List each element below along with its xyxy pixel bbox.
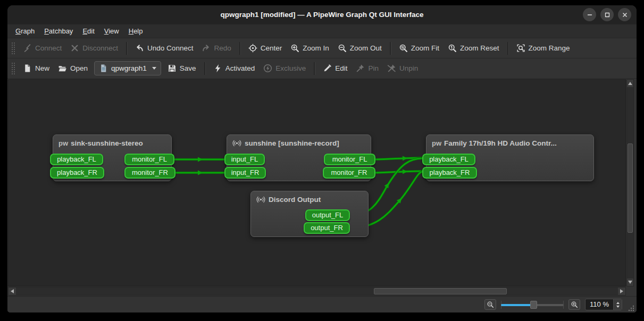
pipewire-icon: pw bbox=[432, 139, 441, 148]
zoom-spin-buttons[interactable] bbox=[613, 299, 622, 310]
disconnect-button[interactable]: Disconnect bbox=[66, 41, 122, 55]
maximize-button[interactable] bbox=[600, 8, 614, 21]
zoom-slider-fill bbox=[501, 304, 533, 306]
menu-graph[interactable]: Graph bbox=[11, 26, 39, 37]
window-controls bbox=[583, 8, 631, 21]
arrow-left-icon bbox=[11, 289, 14, 293]
menubar: GraphPatchbayEditViewHelp bbox=[7, 24, 637, 38]
input-port-playback_FL[interactable]: playback_FL bbox=[50, 154, 103, 165]
scroll-right-button[interactable] bbox=[618, 288, 625, 295]
scroll-left-button[interactable] bbox=[9, 288, 16, 295]
menu-help[interactable]: Help bbox=[124, 26, 148, 37]
toolbar-graph-handle[interactable] bbox=[12, 43, 15, 54]
toolbar-button-label: Center bbox=[261, 44, 282, 52]
minimize-button[interactable] bbox=[583, 8, 596, 21]
scroll-up-button[interactable] bbox=[627, 80, 633, 87]
activated-button[interactable]: Activated bbox=[209, 61, 260, 75]
node-title: sunshine [sunshine-record] bbox=[245, 139, 339, 147]
toolbar-button-label: Save bbox=[180, 64, 196, 72]
arrow-right-icon bbox=[620, 289, 623, 293]
unpin-button[interactable]: Unpin bbox=[383, 61, 422, 75]
output-port-monitor_FR[interactable]: monitor_FR bbox=[323, 167, 375, 179]
zoom-reset-icon bbox=[448, 44, 457, 53]
menu-edit[interactable]: Edit bbox=[78, 26, 99, 37]
node-header[interactable]: pwFamily 17h/19h HD Audio Contr... bbox=[426, 135, 593, 151]
toolbar-separator bbox=[314, 62, 315, 75]
new-button[interactable]: New bbox=[19, 61, 54, 75]
node-header[interactable]: Discord Output bbox=[251, 191, 368, 208]
toolbar-separator bbox=[204, 62, 205, 75]
zoom-slider[interactable] bbox=[501, 300, 564, 309]
input-port-playback_FR[interactable]: playback_FR bbox=[50, 167, 104, 179]
pin-button[interactable]: Pin bbox=[352, 61, 383, 75]
connect-icon bbox=[23, 44, 32, 53]
open-button[interactable]: Open bbox=[54, 61, 92, 75]
zoom-spinbox[interactable]: 110 % bbox=[585, 299, 622, 310]
zoom-out-button[interactable] bbox=[484, 299, 496, 310]
edit-button[interactable]: Edit bbox=[319, 61, 352, 75]
unpin-icon bbox=[387, 64, 396, 73]
edit-icon bbox=[323, 64, 332, 73]
stream-icon bbox=[256, 195, 265, 204]
toolbar-button-label: Zoom Range bbox=[529, 44, 570, 52]
activated-icon bbox=[213, 64, 222, 73]
patchbay-profile-combobox[interactable]: qpwgraph1 bbox=[94, 61, 161, 75]
save-button[interactable]: Save bbox=[163, 61, 200, 75]
new-icon bbox=[23, 64, 32, 73]
scroll-down-button[interactable] bbox=[627, 278, 633, 286]
node-title: sink-sunshine-stereo bbox=[71, 139, 143, 147]
titlebar[interactable]: qpwgraph1 [modified] — A PipeWire Graph … bbox=[7, 5, 637, 24]
zoom-range-button[interactable]: Zoom Range bbox=[512, 41, 574, 55]
node-header[interactable]: pwsink-sunshine-stereo bbox=[53, 135, 171, 151]
toolbar-separator bbox=[126, 42, 127, 55]
input-port-playback_FR[interactable]: playback_FR bbox=[422, 167, 477, 179]
toolbar-separator bbox=[507, 42, 508, 55]
exclusive-button[interactable]: Exclusive bbox=[259, 61, 310, 75]
window-resize-grip[interactable] bbox=[627, 304, 634, 311]
vertical-scrollbar[interactable] bbox=[626, 79, 634, 286]
output-port-monitor_FL[interactable]: monitor_FL bbox=[124, 154, 174, 165]
toolbar-button-label: Open bbox=[70, 64, 88, 72]
toolbar-button-label: Zoom In bbox=[303, 44, 329, 52]
toolbar-button-label: Exclusive bbox=[275, 64, 306, 72]
output-port-output_FL[interactable]: output_FL bbox=[305, 209, 350, 221]
output-port-monitor_FR[interactable]: monitor_FR bbox=[124, 167, 175, 179]
vertical-scrollbar-thumb[interactable] bbox=[628, 143, 633, 233]
horizontal-scrollbar[interactable] bbox=[8, 287, 626, 295]
toolbar-separator bbox=[390, 42, 391, 55]
output-port-output_FR[interactable]: output_FR bbox=[304, 222, 350, 234]
file-icon bbox=[99, 64, 108, 73]
menu-view[interactable]: View bbox=[99, 26, 124, 37]
toolbar-button-label: Pin bbox=[368, 64, 379, 72]
node-header[interactable]: sunshine [sunshine-record] bbox=[227, 135, 371, 151]
zoom-fit-button[interactable]: Zoom Fit bbox=[395, 41, 444, 55]
undo-connect-button[interactable]: Undo Connect bbox=[131, 41, 197, 55]
zoom-in-button[interactable]: Zoom In bbox=[286, 41, 333, 55]
zoom-out-button[interactable]: Zoom Out bbox=[333, 41, 386, 55]
zoom-reset-button[interactable]: Zoom Reset bbox=[444, 41, 504, 55]
edges-layer bbox=[9, 80, 626, 286]
chevron-down-icon bbox=[152, 67, 156, 70]
horizontal-scrollbar-thumb[interactable] bbox=[374, 288, 507, 294]
connect-button[interactable]: Connect bbox=[19, 41, 66, 55]
toolbar-patchbay: NewOpenqpwgraph1SaveActivatedExclusiveEd… bbox=[7, 58, 637, 79]
redo-button[interactable]: Redo bbox=[197, 41, 235, 55]
center-button[interactable]: Center bbox=[244, 41, 287, 55]
zoom-slider-handle[interactable] bbox=[530, 301, 537, 309]
graph-canvas[interactable]: pwsink-sunshine-stereoplayback_FLplaybac… bbox=[8, 79, 626, 286]
output-port-monitor_FL[interactable]: monitor_FL bbox=[324, 154, 375, 165]
input-port-input_FL[interactable]: input_FL bbox=[224, 154, 265, 165]
canvas-area: pwsink-sunshine-stereoplayback_FLplaybac… bbox=[7, 79, 637, 296]
zoom-in-button[interactable] bbox=[568, 299, 580, 310]
desktop: { "window": { "title": "qpwgraph1 [modif… bbox=[0, 0, 644, 321]
input-port-playback_FL[interactable]: playback_FL bbox=[422, 154, 475, 165]
patchbay-profile-value: qpwgraph1 bbox=[111, 64, 147, 72]
menu-patchbay[interactable]: Patchbay bbox=[39, 26, 78, 37]
close-button[interactable] bbox=[618, 8, 631, 21]
zoom-range-icon bbox=[516, 44, 525, 53]
toolbar-button-label: Undo Connect bbox=[147, 44, 193, 52]
input-port-input_FR[interactable]: input_FR bbox=[224, 167, 266, 179]
toolbar-button-label: Redo bbox=[214, 44, 231, 52]
zoom-value[interactable]: 110 % bbox=[586, 299, 613, 310]
toolbar-patchbay-handle[interactable] bbox=[12, 63, 15, 74]
